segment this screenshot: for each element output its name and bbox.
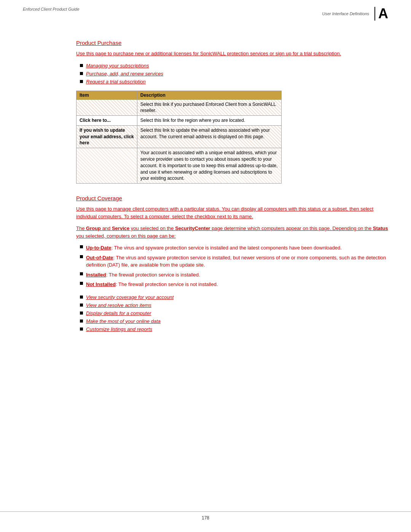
bullet-icon	[80, 272, 83, 275]
section2-status-list: Up-to-Date: The virus and spyware protec…	[80, 244, 388, 288]
col-desc-header: Description	[137, 91, 281, 99]
list-item: Not Installed: The firewall protection s…	[80, 281, 388, 288]
header-right: User Interface Definitions A	[322, 7, 389, 21]
status-outofdate: Out-of-Date: The virus and spyware prote…	[86, 254, 388, 269]
bullet-icon	[80, 255, 83, 258]
table-cell-item	[76, 148, 137, 184]
list-item: Managing your subscriptions	[80, 63, 388, 69]
status-uptodate: Up-to-Date: The virus and spyware protec…	[86, 244, 342, 252]
link-make-most-online[interactable]: Make the most of your online data	[86, 318, 161, 324]
table-cell-desc: Select this link to update the email add…	[137, 125, 281, 148]
section1-description: Use this page to purchase new or additio…	[76, 50, 388, 58]
table-cell-item: Click here to...	[76, 116, 137, 126]
page-container: Enforced Client Product Guide User Inter…	[0, 0, 411, 532]
bullet-icon	[80, 304, 83, 307]
table-row: Click here to... Select this link for th…	[76, 116, 282, 126]
table-cell-item: If you wish to update your email address…	[76, 125, 137, 148]
table-cell-desc: Your account is associated with a unique…	[137, 148, 281, 184]
list-item: Up-to-Date: The virus and spyware protec…	[80, 244, 388, 252]
list-item: Out-of-Date: The virus and spyware prote…	[80, 254, 388, 269]
link-display-details[interactable]: Display details for a computer	[86, 310, 151, 316]
link-view-security-coverage[interactable]: View security coverage for your account	[86, 294, 174, 300]
main-content: Product Purchase Use this page to purcha…	[0, 24, 411, 353]
bullet-icon	[80, 245, 83, 248]
header-right-text: User Interface Definitions	[322, 11, 370, 16]
appendix-letter: A	[374, 7, 388, 21]
list-item: Installed: The firewall protection servi…	[80, 271, 388, 279]
bullet-icon	[80, 328, 83, 331]
bullet-icon	[80, 296, 83, 299]
status-installed: Installed: The firewall protection servi…	[86, 271, 200, 279]
bullet-icon	[80, 312, 83, 315]
bullet-icon	[80, 282, 83, 285]
table-cell-desc: Select this link for the region where yo…	[137, 116, 281, 126]
section2-group-service-para: The Group and Service you selected on th…	[76, 225, 388, 240]
list-item: Request a trial subscription	[80, 79, 388, 85]
bullet-icon	[80, 64, 83, 67]
bullet-icon	[80, 72, 83, 75]
table-row: Your account is associated with a unique…	[76, 148, 282, 184]
page-number: 178	[202, 515, 209, 521]
list-item: View and resolve action items	[80, 302, 388, 308]
page-footer: 178	[0, 511, 411, 521]
link-managing-subscriptions[interactable]: Managing your subscriptions	[86, 63, 149, 69]
table-row: Select this link if you purchased Enforc…	[76, 99, 282, 116]
section2-title: Product Coverage	[76, 195, 388, 201]
list-item: Display details for a computer	[80, 310, 388, 316]
list-item: Purchase, add, and renew services	[80, 71, 388, 77]
section2-description: Use this page to manage client computers…	[76, 205, 388, 220]
table-cell-item	[76, 99, 137, 116]
table-row: If you wish to update your email address…	[76, 125, 282, 148]
section1-links-list: Managing your subscriptions Purchase, ad…	[80, 63, 388, 85]
bullet-icon	[80, 80, 83, 83]
page-header: Enforced Client Product Guide User Inter…	[0, 0, 411, 24]
header-left-text: Enforced Client Product Guide	[23, 7, 80, 11]
bullet-icon	[80, 320, 83, 323]
link-trial-subscription[interactable]: Request a trial subscription	[86, 79, 146, 85]
link-customize-listings[interactable]: Customize listings and reports	[86, 326, 152, 332]
table-header-row: Item Description	[76, 91, 282, 99]
table-cell-desc: Select this link if you purchased Enforc…	[137, 99, 281, 116]
list-item: Make the most of your online data	[80, 318, 388, 324]
link-view-resolve-action[interactable]: View and resolve action items	[86, 302, 151, 308]
list-item: Customize listings and reports	[80, 326, 388, 332]
status-not-installed: Not Installed: The firewall protection s…	[86, 281, 218, 288]
section2-links-list: View security coverage for your account …	[80, 294, 388, 332]
list-item: View security coverage for your account	[80, 294, 388, 300]
link-purchase-add-renew[interactable]: Purchase, add, and renew services	[86, 71, 163, 77]
section1-title: Product Purchase	[76, 40, 388, 46]
col-item-header: Item	[76, 91, 137, 99]
product-purchase-table: Item Description Select this link if you…	[76, 91, 282, 184]
